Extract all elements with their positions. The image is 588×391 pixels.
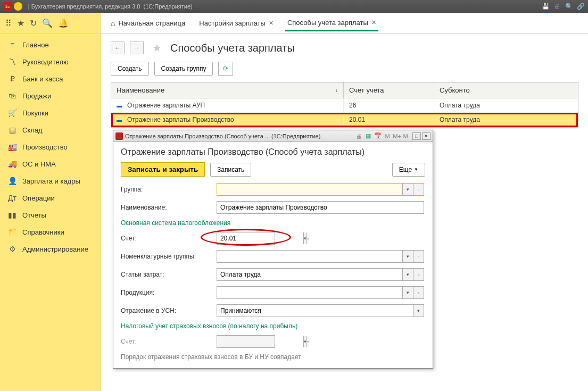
nom-groups-field[interactable]: ▾ ▫ <box>217 250 424 263</box>
name-field[interactable] <box>217 201 424 214</box>
close-icon[interactable]: ✕ <box>371 19 376 26</box>
close-icon[interactable]: ✕ <box>422 132 430 140</box>
m-plus-icon[interactable]: M+ <box>392 133 402 139</box>
bar-chart-icon: ▮▮ <box>7 211 17 219</box>
title-bar: 1c ▾ | Бухгалтерия предприятия, редакция… <box>0 0 588 13</box>
refresh-button[interactable]: ⟳ <box>218 62 233 76</box>
factory-icon: 🏭 <box>7 143 17 151</box>
nom-groups-label: Номенклатурные группы: <box>121 253 217 260</box>
search-icon[interactable]: 🔍 <box>42 18 53 28</box>
column-subconto[interactable]: Субконто <box>434 82 578 98</box>
search-icon[interactable]: 🔍 <box>565 2 573 11</box>
print-icon[interactable]: 🖨 <box>354 133 363 139</box>
dropdown-icon[interactable]: ▾ <box>413 305 424 317</box>
calculator-icon[interactable]: ▦ <box>363 132 373 139</box>
save-button[interactable]: Записать <box>210 163 251 177</box>
close-icon[interactable]: ✕ <box>269 20 274 27</box>
name-label: Наименование: <box>121 204 217 211</box>
bell-icon[interactable]: 🔔 <box>58 18 69 28</box>
dropdown-icon[interactable]: ▾ <box>402 184 413 195</box>
sidebar-item-main[interactable]: ≡Главное <box>0 36 101 53</box>
maximize-icon[interactable]: □ <box>412 132 421 140</box>
account-field[interactable]: ▾ ▫ <box>217 232 275 245</box>
bag-icon: 🛍 <box>7 91 17 100</box>
app-logo-icon <box>115 132 123 140</box>
group-field[interactable]: ▾ ▫ <box>217 183 424 196</box>
operations-icon: Дт <box>7 194 17 202</box>
production-input[interactable] <box>217 287 402 298</box>
tab-payroll-methods[interactable]: Способы учета зарплаты ✕ <box>285 15 378 31</box>
account-input[interactable] <box>217 232 303 244</box>
calendar-icon[interactable]: 📅 <box>373 132 383 139</box>
m-minus-icon[interactable]: M- <box>402 133 411 139</box>
dropdown-icon[interactable]: ▾ <box>402 251 413 262</box>
production-field[interactable]: ▾ ▫ <box>217 286 424 299</box>
sidebar-item-warehouse[interactable]: ▦Склад <box>0 121 101 138</box>
sidebar-item-purchases[interactable]: 🛒Покупки <box>0 104 101 121</box>
usn-field[interactable]: ▾ <box>217 304 424 317</box>
open-icon[interactable]: ▫ <box>413 251 424 262</box>
open-icon[interactable]: ▫ <box>413 269 424 280</box>
create-button[interactable]: Создать <box>111 62 149 76</box>
insurance-header: Налоговый учет страховых взносов (по нал… <box>121 322 425 330</box>
data-table: Наименование↓ Счет учета Субконто ▬Отраж… <box>111 82 578 128</box>
account-label: Счет: <box>121 235 217 242</box>
tab-payroll-settings[interactable]: Настройки зарплаты ✕ <box>197 16 276 30</box>
sidebar-item-reports[interactable]: ▮▮Отчеты <box>0 206 101 223</box>
top-bar: ⠿ ★ ↻ 🔍 🔔 ⌂ Начальная страница Настройки… <box>0 13 588 34</box>
apps-icon[interactable]: ⠿ <box>5 18 12 28</box>
save-close-button[interactable]: Записать и закрыть <box>121 162 205 177</box>
menu-icon: ≡ <box>7 40 17 49</box>
sidebar-item-admin[interactable]: ⚙Администрирование <box>0 240 101 257</box>
m-icon[interactable]: M <box>383 133 392 139</box>
sidebar-item-manager[interactable]: 〽Руководителю <box>0 53 101 70</box>
tax-system-header: Основная система налогообложения <box>121 219 425 227</box>
name-input[interactable] <box>217 202 424 213</box>
favorite-icon[interactable]: ★ <box>152 41 162 54</box>
tab-label: Способы учета зарплаты <box>287 19 368 27</box>
group-input[interactable] <box>217 184 402 195</box>
cost-items-label: Статьи затрат: <box>121 271 217 278</box>
star-icon[interactable]: ★ <box>17 18 24 28</box>
history-icon[interactable]: ↻ <box>30 18 37 28</box>
dialog: Отражение зарплаты Производство (Способ … <box>113 130 433 369</box>
sidebar-item-production[interactable]: 🏭Производство <box>0 138 101 155</box>
item-icon: ▬ <box>117 103 122 109</box>
item-icon: ▬ <box>117 117 122 123</box>
tab-home[interactable]: ⌂ Начальная страница <box>109 16 187 31</box>
more-button[interactable]: Еще▼ <box>392 163 425 177</box>
link-icon[interactable]: 🔗 <box>576 2 585 11</box>
usn-input[interactable] <box>217 305 413 317</box>
sidebar-item-sales[interactable]: 🛍Продажи <box>0 87 101 104</box>
cost-items-input[interactable] <box>217 269 402 280</box>
column-name[interactable]: Наименование↓ <box>111 82 344 98</box>
table-row[interactable]: ▬Отражение зарплаты АУП 26 Оплата труда <box>111 98 578 113</box>
open-icon[interactable]: ▫ <box>413 184 424 195</box>
dropdown-icon[interactable]: ▾ <box>402 287 413 298</box>
cart-icon: 🛒 <box>7 109 17 117</box>
print-icon[interactable]: 🖨 <box>553 2 561 11</box>
dropdown-icon[interactable]: ▾ <box>402 269 413 280</box>
dialog-title-bar[interactable]: Отражение зарплаты Производство (Способ … <box>113 130 433 142</box>
sidebar-item-payroll[interactable]: 👤Зарплата и кадры <box>0 172 101 189</box>
open-icon[interactable]: ▫ <box>413 287 424 298</box>
sidebar-item-catalogs[interactable]: 📁Справочники <box>0 223 101 240</box>
column-account[interactable]: Счет учета <box>344 82 434 98</box>
cost-items-field[interactable]: ▾ ▫ <box>217 268 424 281</box>
open-icon: ▫ <box>307 336 309 347</box>
sidebar-item-bank[interactable]: ₽Банк и касса <box>0 70 101 87</box>
sidebar-item-operations[interactable]: ДтОперации <box>0 189 101 206</box>
truck-icon: 🚚 <box>7 160 17 168</box>
save-icon[interactable]: 💾 <box>541 2 550 11</box>
app-menu-button[interactable]: ▾ <box>14 2 22 11</box>
sort-icon: ↓ <box>335 87 338 93</box>
table-row[interactable]: ▬Отражение зарплаты Производство 20.01 О… <box>111 113 578 127</box>
chart-icon: 〽 <box>7 57 17 66</box>
usn-label: Отражение в УСН: <box>121 307 217 314</box>
create-group-button[interactable]: Создать группу <box>154 62 213 76</box>
nom-groups-input[interactable] <box>217 251 402 262</box>
back-button[interactable]: ← <box>111 41 125 54</box>
open-icon[interactable]: ▫ <box>307 232 309 244</box>
sidebar-item-assets[interactable]: 🚚ОС и НМА <box>0 155 101 172</box>
forward-button[interactable]: → <box>130 41 144 54</box>
